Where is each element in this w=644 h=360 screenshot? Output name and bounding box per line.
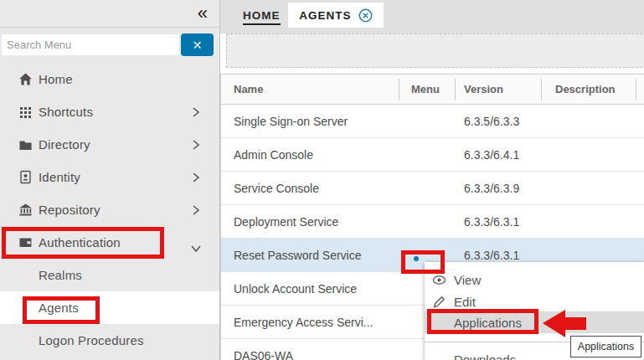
pencil-icon <box>432 295 446 309</box>
bank-icon <box>18 203 33 217</box>
agent-name: DAS06-WA <box>234 339 293 360</box>
header-divider <box>541 79 542 100</box>
sidebar-subitem-label: Logon Procedures <box>39 324 144 357</box>
chevron-right-icon <box>191 107 201 117</box>
sidebar-item-identity[interactable]: Identity <box>0 161 219 193</box>
grid-icon <box>18 105 33 119</box>
wallet-icon <box>18 235 33 249</box>
sidebar-item-label: Identity <box>39 161 80 193</box>
context-menu-item-edit[interactable]: Edit <box>425 291 644 312</box>
sidebar-item-label: Repository <box>39 193 100 226</box>
app-window: « ✕ Home Shortcuts <box>0 0 644 360</box>
agent-name: Service Console <box>234 172 319 205</box>
agent-version: 6.3.3/6.3.9 <box>464 172 519 205</box>
chevron-right-icon <box>191 140 201 150</box>
search-input[interactable] <box>2 34 179 55</box>
sidebar-item-label: Directory <box>39 128 90 161</box>
sidebar-subitem-agents[interactable]: Agents <box>0 291 219 324</box>
context-menu-label: View <box>454 273 481 287</box>
sidebar-subitem-label: Agents <box>39 291 79 324</box>
sidebar-subitem-label: Realms <box>39 259 82 291</box>
table-row[interactable]: Service Console 6.3.3/6.3.9 <box>221 172 644 205</box>
sidebar-topbar: « <box>0 0 219 28</box>
table-row[interactable]: Deployment Service 6.3.3/6.3.1 <box>221 205 644 239</box>
context-menu-label: Downloads <box>454 352 516 360</box>
agent-version: 6.3.3/6.3.1 <box>464 205 519 239</box>
column-header-menu: Menu <box>411 75 440 104</box>
row-action-menu-icon[interactable] <box>414 256 419 261</box>
chevron-right-icon <box>191 205 201 215</box>
chevron-right-icon <box>191 172 201 183</box>
close-tab-icon[interactable] <box>358 8 373 23</box>
folder-icon <box>18 137 33 152</box>
chevron-down-icon <box>191 244 201 254</box>
eye-icon <box>432 273 446 287</box>
column-header-version: Version <box>464 75 503 104</box>
agent-name: Emergency Access Servi... <box>234 306 374 339</box>
tooltip-text: Applications <box>578 341 634 352</box>
tab-agents-label: AGENTS <box>299 9 351 22</box>
agent-name: Deployment Service <box>234 205 338 239</box>
toolbar-drop-zone <box>226 33 644 68</box>
sidebar-item-label: Authentication <box>39 226 121 259</box>
context-menu-label: Applications <box>454 316 522 330</box>
header-divider <box>636 79 636 100</box>
clear-x-icon: ✕ <box>193 39 203 52</box>
sidebar-subitem-realms[interactable]: Realms <box>0 259 219 291</box>
sidebar-item-label: Home <box>39 63 73 95</box>
agent-name: Single Sign-on Server <box>234 105 348 138</box>
table-row[interactable]: Single Sign-on Server 6.3.5/6.3.3 <box>221 105 644 138</box>
sidebar-item-authentication[interactable]: Authentication <box>0 226 219 259</box>
collapse-sidebar-icon[interactable]: « <box>198 3 208 24</box>
sidebar-item-home[interactable]: Home <box>0 63 219 95</box>
agent-name: Admin Console <box>234 138 313 172</box>
tab-bar: HOME AGENTS <box>220 0 644 33</box>
agent-name: Reset Password Service <box>234 239 362 272</box>
tab-home[interactable]: HOME <box>243 9 281 25</box>
agent-version: 6.3.3/6.4.1 <box>464 138 519 172</box>
table-row[interactable]: Admin Console 6.3.3/6.4.1 <box>221 138 644 172</box>
agent-version: 6.3.5/6.3.3 <box>464 105 519 138</box>
column-header-name: Name <box>234 75 263 104</box>
table-header: Name Menu Version Description <box>221 75 644 105</box>
agent-name: Unlock Account Service <box>234 272 357 306</box>
header-divider <box>455 79 456 100</box>
tab-agents[interactable]: AGENTS <box>288 3 384 28</box>
sidebar-item-repository[interactable]: Repository <box>0 193 219 226</box>
id-badge-icon <box>18 170 33 184</box>
sidebar-item-directory[interactable]: Directory <box>0 128 219 161</box>
sidebar-item-label: Shortcuts <box>39 95 93 128</box>
home-icon <box>18 72 33 86</box>
sidebar: « ✕ Home Shortcuts <box>0 0 220 360</box>
search-clear-button[interactable]: ✕ <box>181 33 214 56</box>
context-menu-item-view[interactable]: View <box>425 269 644 291</box>
context-menu-item-applications[interactable]: Applications <box>425 311 644 333</box>
sidebar-subitem-logon-procedures[interactable]: Logon Procedures <box>0 324 219 357</box>
tooltip-applications: Applications <box>570 336 641 357</box>
column-header-description: Description <box>555 75 616 104</box>
context-menu-label: Edit <box>454 295 476 309</box>
sidebar-item-shortcuts[interactable]: Shortcuts <box>0 95 219 128</box>
header-divider <box>399 79 399 100</box>
